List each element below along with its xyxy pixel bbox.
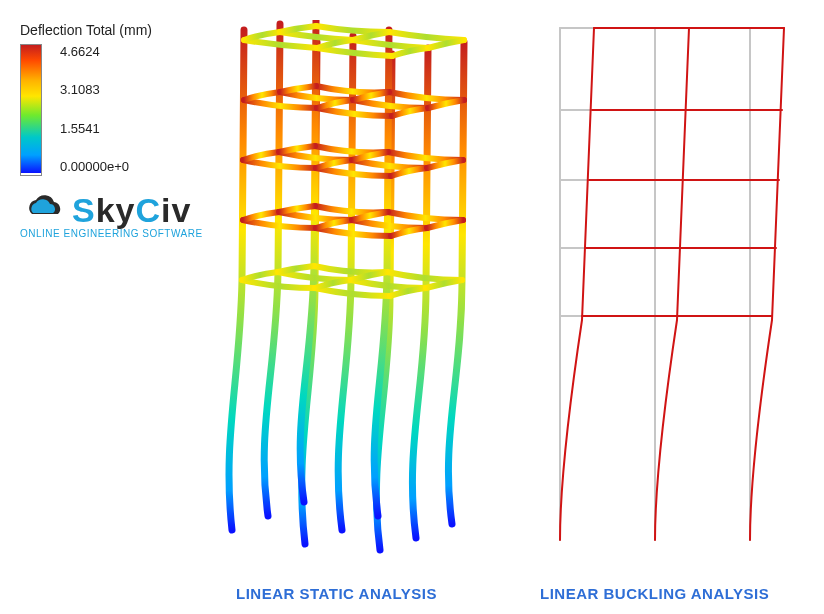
brand-name: SkyCiv — [72, 191, 191, 230]
caption-linear-static: LINEAR STATIC ANALYSIS — [236, 585, 437, 602]
brand-tagline: ONLINE ENGINEERING SOFTWARE — [20, 228, 203, 239]
cloud-icon — [20, 190, 66, 230]
tick-2: 1.5541 — [60, 121, 129, 136]
linear-buckling-visualization — [510, 20, 800, 560]
colorbar — [20, 44, 42, 176]
svg-rect-0 — [21, 45, 41, 173]
colorbar-legend: Deflection Total (mm) — [20, 22, 152, 176]
tick-3: 3.1083 — [60, 82, 129, 97]
legend-tick-labels: 4.6624 3.1083 1.5541 0.00000e+0 — [60, 44, 129, 174]
legend-body: 4.6624 3.1083 1.5541 0.00000e+0 — [20, 44, 152, 176]
brand-row: SkyCiv — [20, 190, 203, 230]
legend-title: Deflection Total (mm) — [20, 22, 152, 38]
tick-max: 4.6624 — [60, 44, 129, 59]
tick-min: 0.00000e+0 — [60, 159, 129, 174]
brand-logo: SkyCiv ONLINE ENGINEERING SOFTWARE — [20, 190, 203, 239]
caption-linear-buckling: LINEAR BUCKLING ANALYSIS — [540, 585, 769, 602]
linear-static-visualization — [210, 20, 480, 560]
